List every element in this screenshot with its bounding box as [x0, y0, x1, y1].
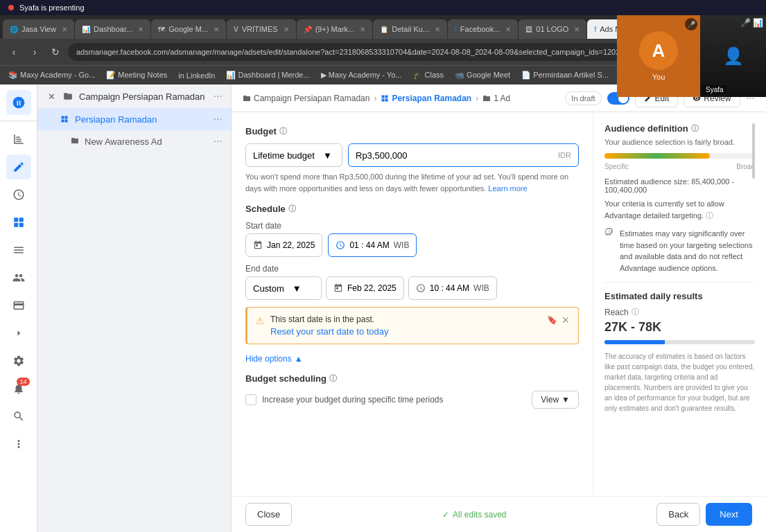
tab-close-icon[interactable]: ✕	[138, 26, 143, 33]
syafa-icons: 🎤 📊	[740, 18, 763, 28]
tab-vritimes[interactable]: V VRITIMES ✕	[227, 19, 296, 39]
sidebar-settings-icon[interactable]	[6, 432, 31, 456]
sidebar-grid-icon[interactable]	[6, 210, 31, 235]
nav-sub-adset[interactable]: Persiapan Ramadan ···	[37, 108, 231, 130]
tab-close-icon[interactable]: ✕	[505, 26, 511, 33]
main-area: 14 ✕ Campaign Persiapan Ramadan ···	[0, 85, 766, 532]
bookmark-maxy-yo[interactable]: ▶ Maxy Academy - Yo...	[318, 69, 405, 81]
nav-sub-ad[interactable]: New Awareness Ad ···	[37, 130, 231, 152]
breadcrumb-sep1: ›	[374, 94, 376, 103]
tab-close-icon[interactable]: ✕	[574, 26, 580, 33]
scheduling-checkbox[interactable]	[245, 394, 256, 405]
forward-nav-button[interactable]: ›	[26, 44, 43, 60]
tab-close-icon[interactable]: ✕	[214, 26, 219, 33]
sidebar-clock-icon[interactable]	[6, 182, 31, 207]
sidebar-people-icon[interactable]	[6, 265, 31, 290]
warning-box: ⚠ This start date is in the past. Reset …	[245, 307, 579, 344]
budget-scheduling-title: Budget scheduling ⓘ	[245, 373, 579, 384]
view-button[interactable]: View ▼	[532, 391, 579, 409]
nav-item-campaign[interactable]: ✕ Campaign Persiapan Ramadan ···	[37, 85, 231, 108]
scrollbar-track[interactable]	[752, 123, 755, 485]
budget-type-select[interactable]: Lifetime budget ▼	[245, 143, 342, 167]
scrollbar-thumb[interactable]	[752, 123, 755, 179]
budget-control: Lifetime budget ▼ Rp3,500,000 IDR	[245, 143, 579, 167]
tab-logo[interactable]: 🖼 01 LOGO ✕	[519, 19, 586, 39]
sidebar-expand-icon[interactable]	[6, 321, 31, 346]
learn-more-link[interactable]: Learn more	[488, 184, 527, 193]
end-time-input[interactable]: 10 : 44 AM WIB	[408, 276, 497, 300]
folder-icon	[62, 91, 73, 102]
adset-more-icon[interactable]: ···	[214, 113, 223, 125]
start-datetime-control: Jan 22, 2025 01 : 44 AM WIB	[245, 233, 579, 257]
hide-options-link[interactable]: Hide options ▲	[245, 354, 579, 364]
tab-close-icon[interactable]: ✕	[284, 26, 289, 33]
tab-jasa-view[interactable]: 🌐 Jasa View ✕	[3, 19, 74, 39]
warning-save-icon[interactable]: 🔖	[547, 315, 557, 325]
breadcrumb-ad: 1 Ad	[482, 94, 510, 103]
bookmark-dashboard[interactable]: 📊 Dashboard | Merde...	[223, 69, 312, 81]
breadcrumb-campaign-text: Campaign Persiapan Ramadan	[254, 94, 369, 103]
bookmark-google-meet[interactable]: 📹 Google Meet	[452, 69, 513, 81]
budget-amount-input[interactable]: Rp3,500,000 IDR	[348, 143, 579, 167]
presenting-bar: Syafa is presenting	[0, 0, 766, 15]
start-date-input[interactable]: Jan 22, 2025	[245, 233, 322, 257]
budget-hint: You won't spend more than Rp3,500,000 du…	[245, 171, 579, 194]
main-content: Budget ⓘ Lifetime budget ▼ Rp3,500,000 I…	[232, 112, 766, 496]
sidebar-search-icon[interactable]	[6, 404, 31, 429]
tab-detail[interactable]: 📋 Detail Ku... ✕	[373, 19, 447, 39]
schedule-info-icon[interactable]: ⓘ	[288, 204, 296, 214]
right-panel: Audience definition ⓘ Your audience sele…	[593, 112, 766, 496]
sidebar-bell-icon[interactable]: 14	[6, 376, 31, 401]
ad-folder-icon	[71, 136, 79, 147]
sidebar-meta-icon[interactable]	[6, 90, 31, 115]
ad-more-icon[interactable]: ···	[214, 135, 223, 148]
tab-close-icon[interactable]: ✕	[435, 26, 440, 33]
tab-facebook[interactable]: f Facebook... ✕	[448, 19, 518, 39]
budget-info-icon[interactable]: ⓘ	[279, 126, 287, 136]
schedule-title: Schedule ⓘ	[245, 204, 579, 214]
back-button[interactable]: Back	[656, 503, 700, 526]
sidebar-pencil-icon[interactable]	[6, 154, 31, 179]
scheduling-info-icon[interactable]: ⓘ	[329, 373, 337, 384]
campaign-more-icon[interactable]: ···	[214, 90, 223, 103]
check-icon: ✓	[442, 510, 449, 520]
bookmark-meeting-notes[interactable]: 📝 Meeting Notes	[103, 69, 170, 81]
bookmark-maxy-academy[interactable]: 📚 Maxy Academy - Go...	[6, 69, 98, 81]
scheduling-row: Increase your budget during specific tim…	[245, 391, 579, 409]
mute-icon: 🎤	[685, 18, 697, 30]
start-date-label: Start date	[245, 221, 579, 231]
reach-label: Reach ⓘ	[604, 307, 755, 317]
tab-dashboard[interactable]: 📊 Dashboar... ✕	[75, 19, 150, 39]
breadcrumb-campaign: Campaign Persiapan Ramadan	[243, 94, 369, 103]
warning-close-icon[interactable]: ✕	[562, 314, 570, 326]
back-nav-button[interactable]: ‹	[6, 44, 22, 60]
bookmark-linkedin[interactable]: in LinkedIn	[175, 70, 218, 81]
reload-button[interactable]: ↻	[47, 44, 64, 60]
end-date-type-select[interactable]: Custom ▼	[245, 276, 322, 300]
start-time-input[interactable]: 01 : 44 AM WIB	[328, 233, 417, 257]
address-input[interactable]	[68, 43, 693, 61]
sidebar-gear-icon[interactable]	[6, 348, 31, 373]
next-button[interactable]: Next	[706, 503, 752, 526]
panel-divider	[604, 282, 755, 283]
sidebar-card-icon[interactable]	[6, 293, 31, 318]
adset-label: Persiapan Ramadan	[75, 114, 157, 125]
tab-mark[interactable]: 📌 (9+) Mark... ✕	[297, 19, 373, 39]
reach-info-icon[interactable]: ⓘ	[632, 307, 639, 317]
tab-google-maps[interactable]: 🗺 Google M... ✕	[151, 19, 226, 39]
meter-fill	[604, 153, 710, 159]
warning-reset-link[interactable]: Reset your start date to today	[270, 326, 389, 337]
criteria-info-icon[interactable]: ⓘ	[706, 211, 713, 220]
reach-fill	[604, 340, 665, 344]
close-button[interactable]: Close	[245, 503, 292, 526]
audience-info-icon[interactable]: ⓘ	[691, 123, 699, 134]
tab-close-icon[interactable]: ✕	[360, 26, 365, 33]
sidebar-list-icon[interactable]	[6, 238, 31, 263]
tab-close-icon[interactable]: ✕	[62, 26, 67, 33]
adset-grid-icon	[60, 114, 69, 124]
end-date-input[interactable]: Feb 22, 2025	[326, 276, 404, 300]
close-nav-icon[interactable]: ✕	[46, 91, 57, 102]
bookmark-class[interactable]: 🎓 Class	[410, 69, 447, 81]
bookmark-permintaan[interactable]: 📄 Permintaan Artikel S...	[519, 69, 611, 81]
sidebar-chart-icon[interactable]	[6, 127, 31, 152]
